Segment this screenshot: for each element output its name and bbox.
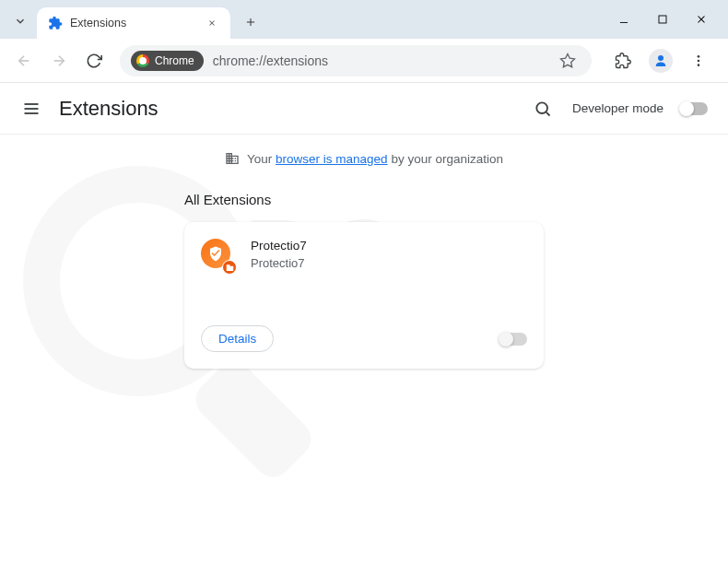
maximize-button[interactable] <box>654 11 671 28</box>
extensions-button[interactable] <box>610 48 636 74</box>
menu-button[interactable] <box>686 48 711 74</box>
managed-prefix: Your <box>247 152 276 166</box>
svg-rect-5 <box>659 16 666 23</box>
search-button[interactable] <box>530 96 556 122</box>
extension-icon <box>201 239 234 272</box>
developer-mode-toggle[interactable] <box>680 102 708 115</box>
svg-point-18 <box>536 102 547 113</box>
building-icon <box>225 151 240 166</box>
managed-notice: Your browser is managed by your organiza… <box>0 135 728 182</box>
extension-description: Protectio7 <box>251 256 527 270</box>
omnibox[interactable]: Chrome chrome://extensions <box>120 45 592 76</box>
section-title: All Extensions <box>184 192 544 207</box>
address-bar: Chrome chrome://extensions <box>0 39 728 83</box>
forward-button[interactable] <box>44 46 74 76</box>
bookmark-button[interactable] <box>555 48 581 74</box>
managed-suffix: by your organization <box>388 152 503 166</box>
close-window-button[interactable] <box>693 11 710 28</box>
svg-line-19 <box>546 112 550 115</box>
minimize-button[interactable] <box>616 11 632 28</box>
profile-button[interactable] <box>649 49 673 73</box>
window-controls <box>616 0 728 39</box>
browser-tab[interactable]: Extensions <box>37 7 230 39</box>
extension-name: Protectio7 <box>251 239 527 253</box>
chrome-logo-icon <box>136 54 149 67</box>
details-button[interactable]: Details <box>201 325 274 352</box>
svg-point-13 <box>698 59 700 62</box>
managed-badge-icon <box>222 260 237 275</box>
page-title: Extensions <box>59 97 159 121</box>
svg-point-14 <box>698 64 700 66</box>
url-text: chrome://extensions <box>213 53 328 68</box>
extension-card: Protectio7 Protectio7 Details <box>184 222 544 369</box>
chrome-badge-label: Chrome <box>155 54 194 67</box>
puzzle-icon <box>48 16 63 30</box>
extension-toggle[interactable] <box>499 333 527 346</box>
back-button[interactable] <box>9 46 39 76</box>
svg-point-12 <box>698 55 700 58</box>
svg-marker-10 <box>561 53 575 66</box>
chrome-badge: Chrome <box>131 51 204 71</box>
new-tab-button[interactable] <box>238 9 264 35</box>
reload-button[interactable] <box>79 46 109 76</box>
tab-search-button[interactable] <box>7 8 33 34</box>
content-area: All Extensions Protectio7 Protectio7 Det… <box>0 182 728 378</box>
window-titlebar: Extensions <box>0 0 728 39</box>
main-menu-button[interactable] <box>20 98 42 120</box>
managed-link[interactable]: browser is managed <box>276 152 388 166</box>
svg-point-11 <box>658 55 663 61</box>
developer-mode-label: Developer mode <box>572 101 663 115</box>
tab-title: Extensions <box>70 17 197 29</box>
close-tab-button[interactable] <box>205 16 219 30</box>
page-header: Extensions Developer mode <box>0 83 728 135</box>
